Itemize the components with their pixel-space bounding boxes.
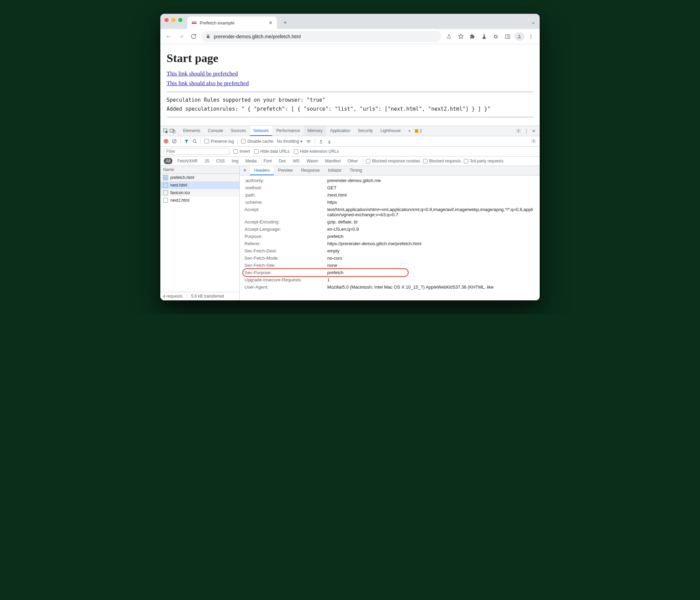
third-party-checkbox[interactable]: 3rd-party requests (464, 159, 503, 163)
blocked-req-checkbox[interactable]: Blocked requests (423, 159, 461, 163)
browser-tab[interactable]: Prefetch example ✕ (187, 17, 277, 29)
upload-har-icon[interactable] (319, 139, 323, 144)
reload-button[interactable] (189, 32, 198, 41)
type-js[interactable]: JS (202, 158, 211, 164)
lock-icon (206, 34, 210, 39)
type-img[interactable]: Img (230, 158, 241, 164)
disable-cache-checkbox[interactable]: Disable cache (241, 139, 273, 144)
tab-security[interactable]: Security (354, 126, 376, 136)
page-content: Start page This link should be prefetche… (160, 44, 540, 126)
record-button[interactable] (164, 139, 168, 143)
detail-tab-initiator[interactable]: Initiator (324, 166, 346, 175)
header-row: Upgrade-Insecure-Requests:1 (240, 276, 540, 283)
clear-icon[interactable] (172, 139, 177, 144)
header-row: Sec-Fetch-Mode:no-cors (240, 254, 540, 262)
prefetch-link-1[interactable]: This link should be prefetched (167, 70, 533, 77)
request-row[interactable]: favicon.ico (160, 189, 239, 197)
request-row[interactable]: prefetch.html (160, 174, 239, 181)
hide-ext-checkbox[interactable]: Hide extension URLs (294, 149, 339, 154)
request-row[interactable]: next.html (160, 181, 239, 189)
close-devtools-icon[interactable]: ✕ (532, 129, 536, 133)
invert-checkbox[interactable]: Invert (233, 149, 250, 154)
tab-memory[interactable]: Memory (304, 126, 326, 136)
tab-application[interactable]: Application (327, 126, 354, 136)
blocked-cookies-checkbox[interactable]: Blocked response cookies (366, 159, 420, 163)
minimize-window[interactable] (171, 18, 176, 22)
detail-tab-preview[interactable]: Preview (274, 166, 297, 175)
tab-performance[interactable]: Performance (273, 126, 303, 136)
detail-tab-response[interactable]: Response (297, 166, 324, 175)
svg-point-6 (531, 34, 532, 36)
prefetch-link-2[interactable]: This link should also be prefetched (167, 80, 533, 87)
inspect-icon[interactable] (162, 128, 169, 133)
download-har-icon[interactable] (327, 139, 332, 144)
type-filter-row: All Fetch/XHR JS CSS Img Media Font Doc … (160, 157, 540, 166)
type-other[interactable]: Other (346, 158, 360, 164)
tab-lighthouse[interactable]: Lighthouse (377, 126, 404, 136)
kebab-icon[interactable]: ⋮ (524, 129, 529, 133)
maximize-window[interactable] (178, 18, 182, 22)
request-summary: 4 requests 5.6 kB transferred (160, 292, 239, 300)
network-toolbar: Preserve log Disable cache No throttling… (160, 136, 540, 147)
header-value: empty (327, 248, 339, 253)
header-name: :authority: (244, 178, 327, 183)
header-row: Referer:https://prerender-demos.glitch.m… (240, 240, 540, 247)
throttling-select[interactable]: No throttling ▾ (277, 139, 303, 144)
header-row: Sec-Fetch-Site:none (240, 262, 540, 269)
network-conditions-icon[interactable] (306, 139, 311, 144)
back-button[interactable] (164, 32, 173, 41)
tab-network[interactable]: Network (250, 126, 272, 136)
new-tab-button[interactable]: + (280, 18, 290, 28)
header-name: :path: (244, 192, 327, 198)
network-settings-icon[interactable] (531, 139, 536, 144)
tab-sources[interactable]: Sources (227, 126, 249, 136)
gear-icon[interactable] (516, 128, 521, 133)
request-row[interactable]: next2.html (160, 197, 239, 204)
issues-badge[interactable]: 2 (415, 129, 422, 133)
tabs-dropdown-icon[interactable]: ⌄ (531, 19, 536, 25)
filter-input[interactable] (164, 148, 229, 155)
address-bar[interactable]: prerender-demos.glitch.me/prefetch.html (201, 31, 441, 42)
detail-tab-timing[interactable]: Timing (346, 166, 366, 175)
hide-data-checkbox[interactable]: Hide data URLs (254, 149, 290, 154)
menu-icon[interactable] (526, 32, 536, 41)
bookmark-icon[interactable] (456, 32, 466, 41)
profile-avatar[interactable] (514, 32, 524, 41)
type-doc[interactable]: Doc (277, 158, 288, 164)
share-icon[interactable] (444, 32, 454, 41)
type-ws[interactable]: WS (291, 158, 302, 164)
google-icon[interactable]: G (491, 32, 501, 41)
type-wasm[interactable]: Wasm (304, 158, 320, 164)
type-all[interactable]: All (164, 158, 172, 164)
header-name: User-Agent: (244, 284, 327, 290)
divider (167, 117, 533, 117)
sidepanel-icon[interactable] (502, 32, 513, 41)
type-fetch[interactable]: Fetch/XHR (175, 158, 200, 164)
close-tab-icon[interactable]: ✕ (269, 20, 273, 26)
labs-icon[interactable] (479, 32, 489, 41)
tab-elements[interactable]: Elements (180, 126, 204, 136)
tab-console[interactable]: Console (204, 126, 227, 136)
preserve-log-checkbox[interactable]: Preserve log (204, 139, 234, 144)
type-font[interactable]: Font (261, 158, 274, 164)
extensions-icon[interactable] (467, 32, 478, 41)
filter-icon[interactable] (184, 139, 189, 144)
search-icon[interactable] (192, 139, 197, 144)
header-value: en-US,en;q=0.9 (327, 227, 359, 232)
device-icon[interactable] (169, 129, 176, 133)
detail-tab-headers[interactable]: Headers (250, 166, 274, 175)
tab-title: Prefetch example (200, 20, 266, 26)
type-manifest[interactable]: Manifest (323, 158, 343, 164)
file-icon (163, 198, 168, 203)
header-value: text/html,application/xhtml+xml,applicat… (327, 207, 535, 217)
type-media[interactable]: Media (243, 158, 259, 164)
header-row: Accept-Language:en-US,en;q=0.9 (240, 226, 540, 233)
forward-button[interactable] (176, 32, 186, 41)
type-css[interactable]: CSS (214, 158, 227, 164)
svg-line-14 (173, 140, 176, 143)
close-detail-icon[interactable]: ✕ (240, 166, 250, 175)
header-row: :authority:prerender-demos.glitch.me (240, 177, 540, 184)
more-tabs-icon[interactable]: » (405, 126, 414, 136)
header-value: prerender-demos.glitch.me (327, 178, 381, 183)
close-window[interactable] (164, 18, 169, 22)
